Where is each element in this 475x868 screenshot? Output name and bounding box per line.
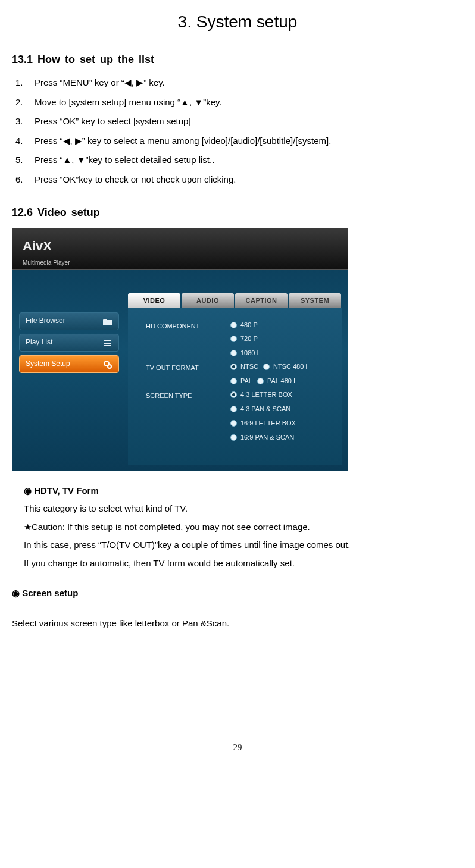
radio-label: 1080 I bbox=[240, 347, 259, 359]
radio-label: 720 P bbox=[240, 333, 258, 345]
body-paragraph: Select various screen type like letterbo… bbox=[12, 615, 463, 632]
settings-panel: HD COMPONENT 480 P 720 P 1080 I TV OUT F… bbox=[128, 308, 342, 465]
step-item: Press “◀, ▶” key to select a menu among … bbox=[35, 133, 463, 150]
list-icon bbox=[103, 339, 112, 347]
radio-label: 4:3 LETTER BOX bbox=[240, 388, 292, 401]
radio-dot-icon bbox=[230, 350, 237, 356]
video-setup-screenshot: AivX Multimedia Player VIDEO AUDIO CAPTI… bbox=[12, 228, 348, 471]
group-label-hd-component: HD COMPONENT bbox=[146, 319, 228, 360]
body-paragraph: This category is to select what kind of … bbox=[24, 500, 463, 518]
body-paragraph: In this case, press “T/O(TV OUT)”key a c… bbox=[24, 537, 463, 554]
chapter-title: 3. System setup bbox=[12, 6, 463, 37]
tab-system[interactable]: SYSTEM bbox=[289, 293, 341, 308]
radio-169-panscan[interactable]: 16:9 PAN & SCAN bbox=[230, 431, 332, 444]
radio-label: NTSC bbox=[240, 361, 258, 373]
body-paragraph: ★Caution: If this setup is not completed… bbox=[24, 519, 463, 536]
radio-43-panscan[interactable]: 4:3 PAN & SCAN bbox=[230, 403, 332, 415]
logo-text: AivX bbox=[23, 234, 338, 259]
svg-rect-1 bbox=[104, 343, 111, 344]
radio-ntsc-480i[interactable]: NTSC 480 I bbox=[263, 361, 307, 373]
tab-video[interactable]: VIDEO bbox=[128, 293, 180, 308]
group-label-tv-out: TV OUT FORMAT bbox=[146, 361, 228, 387]
step-item: Press “OK”key to check or not check upon… bbox=[35, 171, 463, 189]
body-paragraph: If you change to automatic, then TV form… bbox=[24, 555, 463, 572]
radio-dot-icon bbox=[257, 378, 264, 384]
sidebar-item-play-list[interactable]: Play List bbox=[19, 334, 119, 352]
sidebar-item-label: File Browser bbox=[26, 314, 65, 328]
sidebar-item-system-setup[interactable]: System Setup bbox=[19, 355, 119, 373]
sidebar-item-label: Play List bbox=[26, 336, 52, 349]
sidebar-item-label: System Setup bbox=[26, 357, 70, 371]
radio-1080i[interactable]: 1080 I bbox=[230, 347, 332, 359]
radio-dot-icon bbox=[230, 406, 237, 412]
radio-dot-icon bbox=[230, 336, 237, 342]
radio-pal[interactable]: PAL bbox=[230, 375, 252, 387]
folder-icon bbox=[103, 317, 112, 325]
svg-rect-2 bbox=[104, 345, 111, 346]
radio-43-letterbox[interactable]: 4:3 LETTER BOX bbox=[230, 388, 332, 401]
tab-audio[interactable]: AUDIO bbox=[182, 293, 234, 308]
radio-label: PAL bbox=[240, 375, 252, 387]
radio-label: 480 P bbox=[240, 319, 258, 331]
radio-dot-icon bbox=[230, 378, 237, 384]
gear-icon bbox=[103, 360, 112, 368]
radio-ntsc[interactable]: NTSC bbox=[230, 361, 258, 373]
radio-480p[interactable]: 480 P bbox=[230, 319, 332, 331]
radio-label: NTSC 480 I bbox=[273, 361, 307, 373]
group-label-screen-type: SCREEN TYPE bbox=[146, 388, 228, 444]
radio-label: 16:9 LETTER BOX bbox=[240, 417, 296, 430]
section-heading-13-1: 13.1 How to set up the list bbox=[12, 49, 463, 70]
shot-header: AivX Multimedia Player bbox=[12, 228, 348, 270]
steps-list: Press “MENU” key or “◀, ▶” key. Move to … bbox=[12, 74, 463, 188]
radio-dot-icon bbox=[263, 364, 270, 370]
radio-label: 16:9 PAN & SCAN bbox=[240, 431, 294, 444]
step-item: Move to [system setup] menu using “▲, ▼”… bbox=[35, 94, 463, 111]
step-item: Press “▲, ▼”key to select detailed setup… bbox=[35, 152, 463, 169]
tab-bar: VIDEO AUDIO CAPTION SYSTEM bbox=[128, 293, 342, 308]
radio-dot-icon bbox=[230, 434, 237, 441]
radio-dot-icon bbox=[230, 322, 237, 328]
radio-dot-icon bbox=[230, 391, 237, 398]
radio-label: PAL 480 I bbox=[267, 375, 295, 387]
sidebar-item-file-browser[interactable]: File Browser bbox=[19, 312, 119, 330]
step-item: Press “MENU” key or “◀, ▶” key. bbox=[35, 74, 463, 92]
logo-subtitle: Multimedia Player bbox=[23, 257, 338, 268]
screen-setup-heading: ◉ Screen setup bbox=[12, 585, 463, 602]
radio-label: 4:3 PAN & SCAN bbox=[240, 403, 290, 415]
section-heading-12-6: 12.6 Video setup bbox=[12, 202, 463, 223]
tab-caption[interactable]: CAPTION bbox=[235, 293, 288, 308]
hdtv-form-heading: ◉ HDTV, TV Form bbox=[24, 482, 463, 500]
radio-dot-icon bbox=[230, 420, 237, 427]
svg-point-4 bbox=[108, 365, 111, 368]
radio-169-letterbox[interactable]: 16:9 LETTER BOX bbox=[230, 417, 332, 430]
radio-pal-480i[interactable]: PAL 480 I bbox=[257, 375, 295, 387]
radio-dot-icon bbox=[230, 364, 237, 370]
side-menu: File Browser Play List System Setup bbox=[19, 312, 119, 377]
radio-720p[interactable]: 720 P bbox=[230, 333, 332, 345]
svg-rect-0 bbox=[104, 340, 111, 341]
step-item: Press “OK” key to select [system setup] bbox=[35, 113, 463, 130]
page-number: 29 bbox=[12, 739, 463, 756]
